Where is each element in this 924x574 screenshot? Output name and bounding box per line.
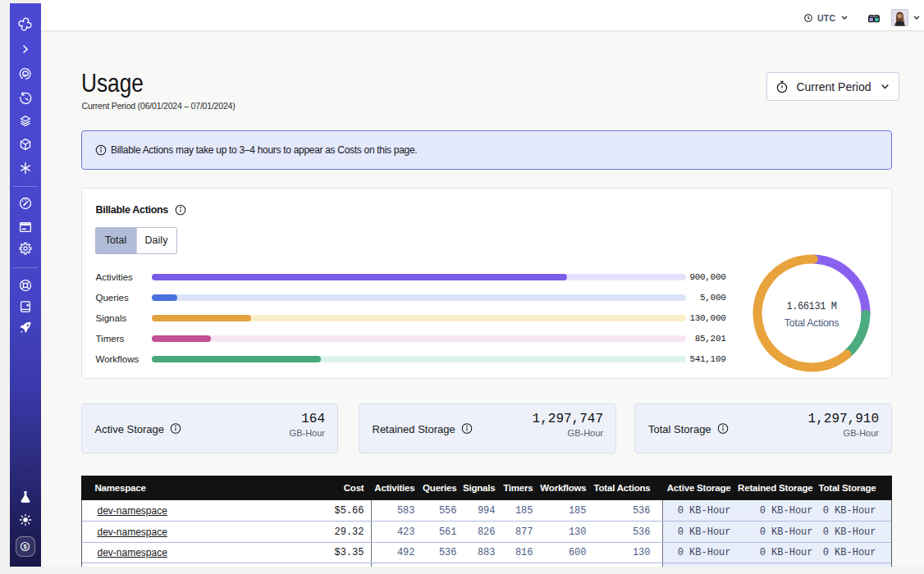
- svg-text:$: $: [24, 543, 28, 550]
